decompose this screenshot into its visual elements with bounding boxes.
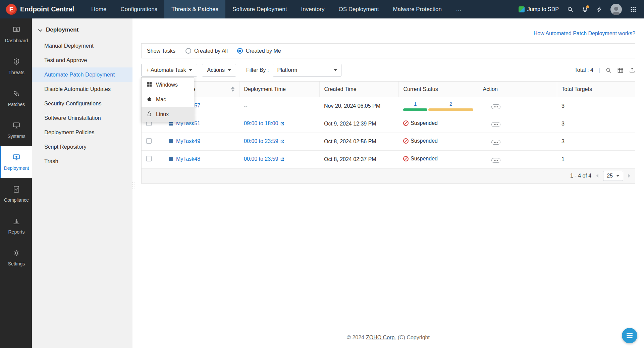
actions-button[interactable]: Actions	[202, 64, 236, 77]
task-link[interactable]: MyTask48	[176, 156, 200, 162]
deployment-time-link[interactable]: 00:00 to 23:59	[244, 138, 278, 144]
menu-item-mac[interactable]: Mac	[142, 92, 194, 107]
row-actions-button[interactable]	[491, 140, 500, 145]
search-icon[interactable]	[567, 6, 574, 13]
collapse-chevron-icon[interactable]	[38, 27, 43, 32]
deployment-time-link[interactable]: 00:00 to 23:59	[244, 156, 278, 162]
iconbar-item-compliance[interactable]: Compliance	[0, 178, 32, 210]
suspended-icon	[403, 156, 409, 161]
module-iconbar: Dashboard Threats Patches Systems Deploy…	[0, 18, 32, 348]
topnav-right: Jump to SDP	[519, 0, 644, 18]
apple-icon	[147, 96, 152, 103]
iconbar-item-deployment[interactable]: Deployment	[0, 146, 32, 178]
iconbar-item-settings[interactable]: Settings	[0, 242, 32, 274]
radio-created-by-all[interactable]: Created by All	[185, 48, 228, 54]
sidebar-item-automate-patch-deployment[interactable]: Automate Patch Deployment	[32, 67, 132, 82]
iconbar-item-patches[interactable]: Patches	[0, 82, 32, 114]
jump-to-sdp[interactable]: Jump to SDP	[519, 6, 559, 12]
deployment-sidebar: Deployment Manual Deployment Test and Ap…	[32, 18, 132, 348]
status-label: Suspended	[411, 138, 438, 144]
created-time: Oct 9, 2024 12:39 PM	[324, 121, 376, 127]
sort-icon[interactable]	[231, 87, 234, 92]
row-checkbox-cell	[142, 133, 164, 150]
progress-count-pending[interactable]: 2	[449, 101, 452, 107]
task-name-cell: MyTask48	[164, 150, 239, 168]
menu-item-windows[interactable]: Windows	[142, 78, 194, 92]
nav-item-home[interactable]: Home	[84, 0, 113, 18]
patches-icon	[12, 90, 20, 99]
nav-item-malware-protection[interactable]: Malware Protection	[386, 0, 449, 18]
sidebar-item-software-uninstallation[interactable]: Software Uninstallation	[32, 111, 132, 125]
row-checkbox[interactable]	[146, 156, 152, 161]
table-search-icon[interactable]	[605, 67, 612, 73]
radio-created-by-me[interactable]: Created by Me	[237, 48, 281, 54]
suspended-icon	[403, 138, 409, 144]
column-header-current-status: Current Status	[398, 82, 478, 97]
sidebar-item-deployment-policies[interactable]: Deployment Policies	[32, 125, 132, 140]
nav-item-threats-patches[interactable]: Threats & Patches	[164, 0, 225, 18]
deployment-time-link[interactable]: 09:00 to 18:00	[244, 120, 278, 126]
row-actions-button[interactable]	[491, 104, 500, 109]
iconbar-item-threats[interactable]: Threats	[0, 50, 32, 82]
external-link-icon	[280, 157, 284, 163]
radio-circle-icon	[185, 48, 191, 54]
zoho-corp-link[interactable]: ZOHO Corp.	[366, 335, 396, 341]
iconbar-item-systems[interactable]: Systems	[0, 114, 32, 146]
iconbar-label: Dashboard	[5, 38, 28, 43]
user-avatar[interactable]	[610, 4, 622, 15]
threats-shield-icon	[12, 58, 20, 67]
iconbar-label: Systems	[7, 134, 25, 139]
nav-item-configurations[interactable]: Configurations	[113, 0, 164, 18]
floating-menu-button[interactable]	[622, 328, 637, 343]
endpoint-central-logo-icon: E	[6, 4, 17, 15]
menu-item-linux[interactable]: Linux	[142, 107, 194, 122]
quick-actions-bolt-icon[interactable]	[596, 6, 602, 13]
progress-count-success[interactable]: 1	[414, 101, 417, 107]
progress-bar-yellow[interactable]	[428, 108, 473, 111]
status-suspended: Suspended	[403, 138, 438, 144]
total-targets: 3	[561, 121, 565, 127]
row-actions-button[interactable]	[491, 122, 500, 127]
task-name-cell: MyTask49	[164, 133, 239, 150]
apps-grid-icon[interactable]	[630, 6, 637, 13]
sidebar-resize-handle[interactable]	[131, 181, 135, 191]
row-checkbox[interactable]	[146, 138, 152, 144]
sidebar-item-manual-deployment[interactable]: Manual Deployment	[32, 39, 132, 53]
row-actions-button[interactable]	[491, 158, 500, 163]
column-chooser-icon[interactable]	[617, 67, 624, 73]
status-suspended: Suspended	[403, 156, 438, 162]
nav-item-inventory[interactable]: Inventory	[294, 0, 331, 18]
nav-more-icon[interactable]: …	[449, 0, 469, 18]
platform-filter-select[interactable]: Platform	[273, 64, 341, 77]
export-icon[interactable]	[629, 67, 635, 73]
task-link[interactable]: MyTask49	[176, 138, 200, 144]
sidebar-item-script-repository[interactable]: Script Repository	[32, 140, 132, 154]
sidebar-item-test-and-approve[interactable]: Test and Approve	[32, 53, 132, 67]
table-row: MyTask51 09:00 to 18:00 Oct 9, 2024 12:3…	[142, 115, 635, 133]
how-it-works-link[interactable]: How Automated Patch Deployment works?	[534, 31, 635, 37]
menu-item-label: Linux	[156, 111, 169, 117]
nav-item-software-deployment[interactable]: Software Deployment	[225, 0, 294, 18]
created-time-cell: Oct 8, 2024 02:56 PM	[319, 133, 398, 150]
automate-task-button[interactable]: + Automate Task	[141, 64, 197, 77]
platform-filter-value: Platform	[277, 67, 297, 73]
iconbar-item-dashboard[interactable]: Dashboard	[0, 18, 32, 50]
page-size-select[interactable]: 25	[603, 171, 623, 181]
previous-page-icon[interactable]	[596, 174, 598, 178]
deployment-time-cell: 00:00 to 23:59	[239, 150, 319, 168]
notifications-bell-icon[interactable]	[582, 6, 588, 13]
top-navbar: E Endpoint Central Home Configurations T…	[0, 0, 644, 18]
deployment-time-cell: --	[239, 97, 319, 115]
iconbar-label: Threats	[8, 70, 24, 75]
sidebar-item-trash[interactable]: Trash	[32, 154, 132, 168]
status-suspended: Suspended	[403, 120, 438, 126]
progress-bar-green[interactable]	[403, 108, 427, 111]
sidebar-item-disable-automatic-updates[interactable]: Disable Automatic Updates	[32, 82, 132, 96]
nav-item-os-deployment[interactable]: OS Deployment	[331, 0, 386, 18]
iconbar-item-reports[interactable]: Reports	[0, 210, 32, 242]
brand[interactable]: E Endpoint Central	[0, 0, 84, 18]
sidebar-item-security-configurations[interactable]: Security Configurations	[32, 96, 132, 111]
next-page-icon[interactable]	[628, 174, 630, 178]
suspended-icon	[403, 120, 409, 126]
action-cell	[478, 150, 557, 168]
